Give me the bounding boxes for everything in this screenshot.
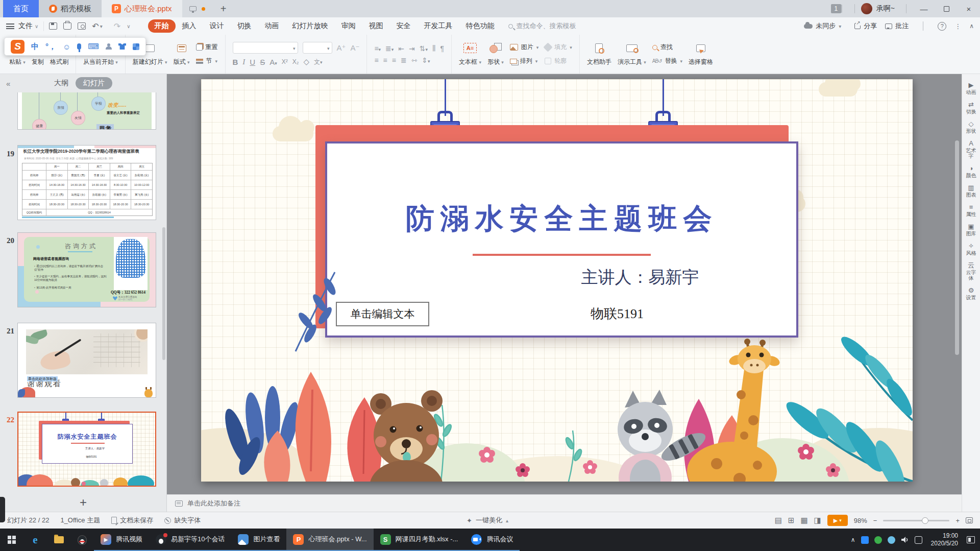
font-family-combo[interactable]: ▾ [233,42,298,54]
taskbar-clock[interactable]: 19:00 2020/5/20 [928,532,961,547]
taskbar-app-wps-spreadsheet[interactable]: S 网课四月考勤.xlsx -... [374,529,465,551]
taskbar-app-tencent-video[interactable]: 腾讯视频 [94,529,149,551]
rail-transition[interactable]: ⇄切换 [965,101,977,114]
layout-button[interactable]: 版式 ▾ [174,42,190,66]
save-icon[interactable] [49,22,57,30]
taskbar-app-qq-chats[interactable]: 易新宇等10个会话 [149,529,231,551]
taskbar-explorer[interactable] [47,529,70,551]
tray-expand-button[interactable]: ∧ [851,536,855,543]
tray-wechat-icon[interactable] [874,536,882,544]
user-name[interactable]: 承啊~ [876,4,895,13]
ime-toolbox-icon[interactable] [133,43,139,50]
ime-chinese-icon[interactable]: 中 [31,42,39,52]
slide-thumb-20[interactable]: 咨询方式 网络语音或者视频咨询 通过QQ预约以上咨询师，请提前下载并调试好“腾讯… [17,232,156,307]
text-effect-button[interactable]: 文▾ [314,58,323,66]
rail-cloud-fonts[interactable]: 云云字体 [965,261,977,281]
share-button[interactable]: 分享 [854,21,877,31]
indent-button[interactable]: ⇥ [409,44,415,53]
menu-features[interactable]: 特色功能 [459,19,501,33]
file-caret-icon[interactable]: ∨ [35,23,38,29]
collapse-panel-button[interactable]: « [6,79,10,88]
close-button[interactable]: × [958,0,980,17]
reset-button[interactable]: 重置 [196,43,218,52]
selection-pane-button[interactable]: 选择窗格 [689,42,713,66]
add-slide-button[interactable]: + [0,495,166,510]
menu-animation[interactable]: 动画 [258,19,286,33]
window-count-badge[interactable]: 1 [831,4,841,13]
theme-name[interactable]: 1_Office 主题 [60,516,100,525]
outline-button[interactable]: 轮廓 [545,57,572,65]
show-view-button[interactable]: ◨ [814,516,821,525]
ime-keyboard-icon[interactable]: ⌨ [88,42,99,51]
user-avatar[interactable] [861,3,872,14]
zoom-level[interactable]: 98% [854,517,867,524]
slide-thumb-22[interactable]: 防溺水安全主题班会 主讲人：易新宇 物联5191 [17,412,156,487]
print-preview-icon[interactable] [78,22,86,30]
fit-screen-icon[interactable] [966,517,973,523]
new-tab-button[interactable]: + [212,0,235,17]
reading-view-button[interactable]: ▦ [800,516,807,525]
ime-skin-icon[interactable] [118,43,126,50]
align-right-button[interactable]: ≡ [392,56,396,64]
missing-font-status[interactable]: 缺失字体 [164,516,201,525]
minimize-button[interactable]: — [913,0,935,17]
justify-button[interactable]: ≣ [401,56,407,64]
slide-thumb-18[interactable]: 健康 亲情 友情 学校 改变...... 重要的人和事重新界定 思考 [17,92,156,130]
menu-devtools[interactable]: 开发工具 [418,19,459,33]
unsaved-status[interactable]: 文档未保存 [111,516,153,525]
ime-mic-icon[interactable] [77,43,81,50]
rail-style[interactable]: ✧风格 [965,242,977,256]
beautify-button[interactable]: ✦ 一键美化 ▴ [467,516,513,525]
distribute-button[interactable]: ⇿ [411,56,418,64]
menu-design[interactable]: 设计 [203,19,231,33]
canvas-scrollbar[interactable] [954,79,960,488]
menu-security[interactable]: 安全 [390,19,418,33]
font-size-combo[interactable]: ▾ [303,42,332,54]
help-button[interactable]: ? [938,22,946,31]
taskbar-qq[interactable] [70,529,94,551]
paragraph-mark-button[interactable]: ¶ [440,44,445,53]
ime-emoji-icon[interactable]: ☺ [63,42,70,51]
font-color-button[interactable]: A▾ [270,58,277,66]
outdent-button[interactable]: ⇤ [398,44,404,53]
present-tools-button[interactable]: 演示工具 ▾ [618,42,646,66]
clear-format-button[interactable]: ◇ [303,57,309,66]
zoom-in-button[interactable]: + [955,517,960,524]
zoom-slider[interactable] [883,520,949,521]
normal-view-button[interactable]: ▤ [775,516,782,525]
tab-slides[interactable]: 幻灯片 [76,77,112,89]
menu-review[interactable]: 审阅 [335,19,362,33]
zoom-out-button[interactable]: − [873,517,877,524]
line-spacing-button[interactable]: ⇕▾ [422,56,430,64]
panel-handle[interactable] [0,497,5,522]
tray-cloud-icon[interactable] [888,536,895,544]
text-direction-button[interactable]: ⇅▾ [420,44,428,53]
taskbar-app-tencent-meeting[interactable]: 腾讯会议 [464,529,520,551]
tray-tim-icon[interactable] [861,536,869,544]
section-button[interactable]: 节 ▾ [196,57,218,65]
columns-button[interactable]: ⫼ [432,44,435,53]
menu-transition[interactable]: 切换 [231,19,258,33]
tab-docer-templates[interactable]: 稻壳模板 [39,0,102,17]
slide-thumb-21[interactable]: 单击此处添加标题 谢谢观看 [17,323,156,398]
comment-button[interactable]: 批注 [885,21,909,31]
rail-animation[interactable]: ▶动画 [965,81,977,95]
tray-network-icon[interactable] [915,536,922,544]
slide-22-canvas[interactable]: 防溺水安全主题班会 主讲人：易新宇 物联5191 单击编辑文本 [201,79,913,482]
find-button[interactable]: 查找 [652,43,682,52]
scrollbar-thumb[interactable] [955,140,959,355]
fill-button[interactable]: 填充 ▾ [545,43,572,52]
bullet-list-button[interactable]: ≡▾ [374,44,381,53]
monitor-icon[interactable] [189,6,197,11]
strikethrough-button[interactable]: S [260,58,265,66]
ime-account-icon[interactable] [106,43,112,50]
align-center-button[interactable]: ≡ [383,56,387,64]
ime-punctuation-icon[interactable]: °， [45,42,56,52]
grow-font-button[interactable]: A⁺ [337,43,346,53]
redo-button[interactable]: ↷ [114,21,120,31]
numbered-list-button[interactable]: ≣▾ [385,44,394,53]
slide-title-text[interactable]: 防溺水安全主题班会 [325,200,798,238]
bold-button[interactable]: B [233,58,238,66]
print-icon[interactable] [63,22,71,30]
volume-icon[interactable] [901,536,909,543]
